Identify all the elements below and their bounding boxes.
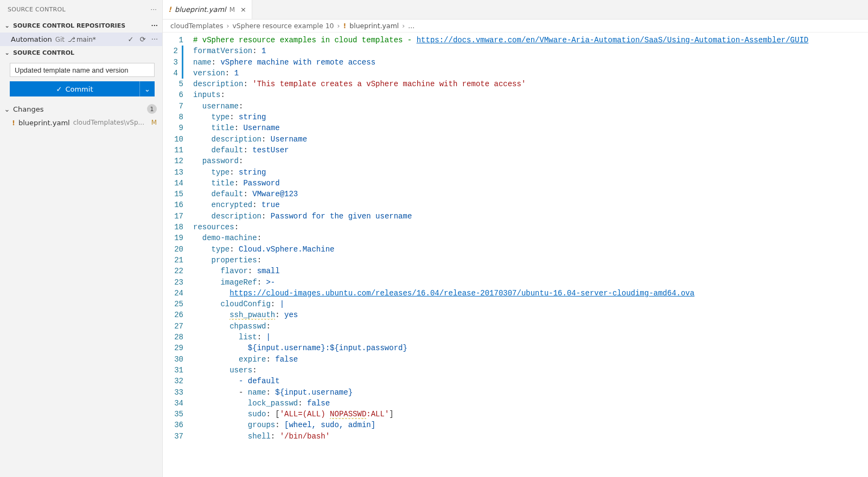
warning-icon: ! [168, 5, 171, 14]
changes-header[interactable]: ⌄ Changes 1 [0, 102, 162, 116]
chevron-down-icon: ⌄ [3, 49, 11, 56]
repo-name: Automation [11, 35, 52, 43]
refresh-icon[interactable]: ⟳ [138, 35, 147, 43]
tab-bar: ! blueprint.yaml M × [163, 0, 868, 20]
changed-file-name: blueprint.yaml [18, 119, 70, 127]
branch-icon: ⎇ [68, 36, 75, 43]
chevron-down-icon: ⌄ [144, 85, 150, 93]
changed-file-path: cloudTemplates\vSp... [73, 119, 148, 126]
close-icon[interactable]: × [238, 5, 246, 14]
panel-title: SOURCE CONTROL [8, 6, 66, 13]
breadcrumb-part[interactable]: vSphere resource example 10 [232, 22, 334, 30]
chevron-right-icon: › [337, 22, 340, 30]
changed-file-status: M [151, 119, 157, 126]
chevron-down-icon: ⌄ [3, 105, 11, 113]
source-control-sidebar: SOURCE CONTROL ··· ⌄ SOURCE CONTROL REPO… [0, 0, 163, 477]
repo-scm: Git [55, 36, 65, 43]
branch-indicator[interactable]: ⎇ main* [68, 36, 96, 43]
repos-section-label: SOURCE CONTROL REPOSITORIES [13, 22, 125, 29]
scm-section-header[interactable]: ⌄ SOURCE CONTROL [0, 46, 162, 60]
code-content[interactable]: # vSphere resource examples in cloud tem… [189, 33, 868, 477]
line-gutter: 1234567891011121314151617181920212223242… [163, 33, 189, 477]
changes-label: Changes [13, 105, 145, 113]
breadcrumb-symbol[interactable]: ... [408, 22, 414, 30]
chevron-right-icon: › [226, 22, 229, 30]
commit-dropdown-button[interactable]: ⌄ [139, 81, 155, 96]
commit-button-label: Commit [65, 85, 93, 93]
branch-name: main* [76, 36, 96, 43]
breadcrumb-part[interactable]: cloudTemplates [170, 22, 223, 30]
tab-file-name: blueprint.yaml [175, 5, 226, 14]
tab-status: M [229, 6, 235, 14]
warning-icon: ! [12, 119, 15, 127]
panel-more-icon[interactable]: ··· [151, 6, 157, 13]
repo-more-icon[interactable]: ··· [150, 35, 159, 43]
commit-button-row: ✓ Commit ⌄ [10, 81, 155, 96]
changed-file-row[interactable]: ! blueprint.yaml cloudTemplates\vSp... M [0, 116, 162, 129]
code-editor[interactable]: 1234567891011121314151617181920212223242… [163, 33, 868, 477]
changes-count-badge: 1 [147, 104, 157, 114]
panel-title-row: SOURCE CONTROL ··· [0, 0, 162, 19]
scm-section-label: SOURCE CONTROL [13, 49, 74, 56]
warning-icon: ! [343, 22, 347, 30]
breadcrumb-file[interactable]: blueprint.yaml [349, 22, 399, 30]
editor-area: ! blueprint.yaml M × cloudTemplates › vS… [163, 0, 868, 477]
commit-button[interactable]: ✓ Commit [10, 81, 139, 96]
repos-section-header[interactable]: ⌄ SOURCE CONTROL REPOSITORIES ··· [0, 19, 162, 33]
check-icon: ✓ [56, 85, 62, 93]
commit-message-input[interactable] [10, 63, 155, 77]
breadcrumb[interactable]: cloudTemplates › vSphere resource exampl… [163, 20, 868, 33]
tab-blueprint[interactable]: ! blueprint.yaml M × [163, 0, 252, 19]
commit-message-box [10, 63, 155, 77]
check-icon[interactable]: ✓ [126, 35, 135, 43]
chevron-down-icon: ⌄ [3, 22, 11, 29]
chevron-right-icon: › [402, 22, 405, 30]
repo-row[interactable]: Automation Git ⎇ main* ✓ ⟳ ··· [0, 33, 162, 46]
repos-more-icon[interactable]: ··· [151, 22, 158, 29]
